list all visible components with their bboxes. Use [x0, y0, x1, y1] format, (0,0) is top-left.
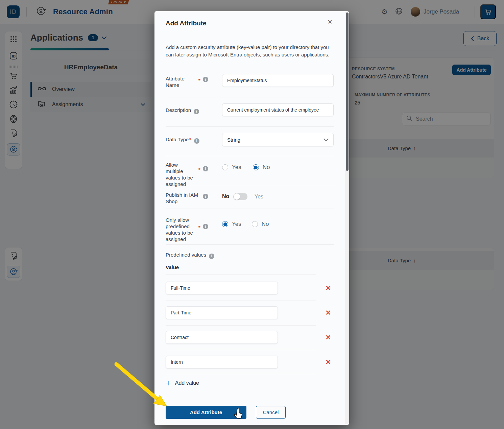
- predefined-value-input[interactable]: [166, 331, 278, 344]
- toggle-on-label: Yes: [255, 194, 263, 200]
- value-divider: [166, 301, 316, 301]
- predefined-value-input[interactable]: [166, 282, 278, 294]
- info-icon[interactable]: i: [194, 109, 199, 114]
- only-predefined-yes-radio[interactable]: [222, 221, 228, 227]
- radio-label: Yes: [232, 164, 241, 171]
- value-divider: [166, 374, 316, 374]
- chevron-down-icon: [323, 138, 329, 141]
- predefined-value-input[interactable]: [166, 306, 278, 319]
- allow-multiple-yes-radio[interactable]: [222, 164, 228, 170]
- allow-multiple-no-radio[interactable]: [253, 164, 259, 170]
- field-divider: [166, 97, 334, 97]
- add-attribute-dialog: Add Attribute ✕ Add a custom security at…: [154, 11, 349, 425]
- field-divider: [166, 126, 334, 127]
- modal-scrollbar-thumb[interactable]: [346, 13, 349, 171]
- info-icon[interactable]: i: [209, 254, 214, 259]
- required-marker: *: [189, 137, 191, 142]
- add-value-label: Add value: [175, 380, 199, 386]
- remove-value-icon[interactable]: ✕: [325, 358, 332, 366]
- description-input[interactable]: [222, 103, 334, 116]
- info-icon[interactable]: i: [194, 138, 199, 144]
- value-divider: [166, 325, 316, 326]
- value-divider: [166, 350, 316, 350]
- only-predefined-label: Only allow predefined values to be assig…: [166, 217, 195, 242]
- dialog-title: Add Attribute: [166, 20, 207, 27]
- data-type-selected-value: String: [227, 137, 240, 143]
- value-column-label: Value: [166, 264, 179, 270]
- info-icon[interactable]: i: [203, 166, 208, 171]
- attribute-name-label: Attribute Name: [166, 75, 194, 88]
- field-divider: [166, 156, 334, 156]
- value-divider: [166, 275, 316, 275]
- required-marker: *: [198, 224, 200, 230]
- info-icon[interactable]: i: [203, 224, 208, 229]
- remove-value-icon[interactable]: ✕: [325, 334, 332, 341]
- cancel-button[interactable]: Cancel: [256, 406, 286, 419]
- predefined-values-label: Predefined valuesi: [166, 252, 214, 259]
- remove-value-icon[interactable]: ✕: [325, 309, 332, 316]
- close-icon[interactable]: ✕: [325, 17, 335, 27]
- only-predefined-no-radio[interactable]: [252, 221, 258, 227]
- field-divider: [166, 244, 334, 245]
- dialog-description: Add a custom security attribute (key-val…: [166, 44, 336, 58]
- description-label: Descriptioni: [166, 107, 199, 114]
- radio-label: No: [263, 164, 270, 171]
- field-divider: [166, 209, 334, 209]
- attribute-name-input[interactable]: [222, 74, 334, 87]
- publish-iam-toggle[interactable]: [233, 193, 247, 200]
- required-marker: *: [198, 77, 200, 83]
- info-icon[interactable]: i: [203, 194, 208, 199]
- publish-iam-label: Publish in IAM Shop: [166, 192, 201, 205]
- allow-multiple-label: Allow multiple values to be assigned: [166, 162, 195, 187]
- data-type-label: Data Type*i: [166, 136, 199, 144]
- radio-label: No: [262, 221, 269, 228]
- remove-value-icon[interactable]: ✕: [325, 284, 332, 292]
- cursor-icon: [233, 407, 243, 420]
- radio-label: Yes: [232, 221, 241, 228]
- toggle-off-label: No: [222, 193, 229, 199]
- info-icon[interactable]: i: [203, 77, 208, 82]
- field-divider: [166, 185, 334, 185]
- predefined-value-input[interactable]: [166, 356, 278, 368]
- required-marker: *: [198, 167, 200, 172]
- annotation-arrow: [112, 359, 176, 413]
- data-type-select[interactable]: String: [222, 133, 334, 146]
